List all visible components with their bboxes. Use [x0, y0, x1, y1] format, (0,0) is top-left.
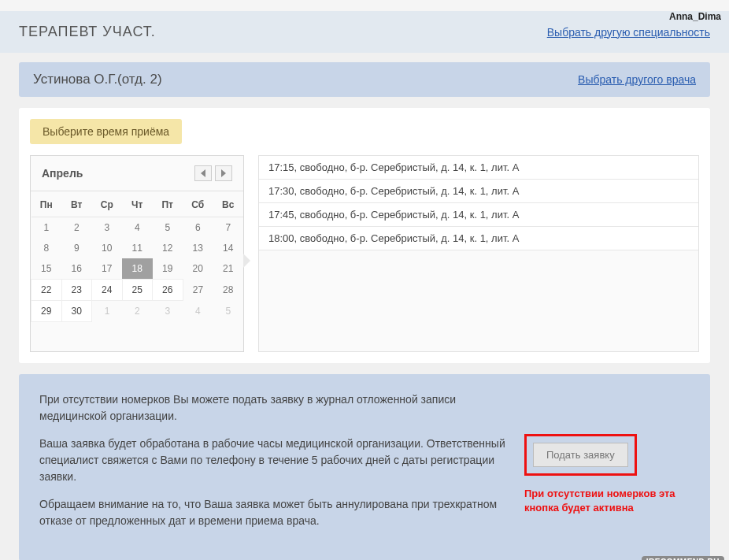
annotation-note: При отсутствии номерков эта кнопка будет… — [524, 487, 690, 515]
time-slot[interactable]: 17:45, свободно, б-р. Серебристый, д. 14… — [259, 203, 698, 227]
calendar-day[interactable]: 25 — [122, 280, 153, 301]
calendar-day: 1 — [92, 301, 123, 322]
calendar-day[interactable]: 13 — [183, 238, 213, 258]
calendar-day[interactable]: 3 — [92, 217, 123, 239]
change-doctor-link[interactable]: Выбрать другого врача — [578, 73, 696, 86]
appointment-content: Выберите время приёма Апрель ПнВтСрЧ — [19, 108, 710, 363]
calendar-day[interactable]: 27 — [183, 280, 213, 301]
calendar-day[interactable]: 4 — [122, 217, 153, 239]
deferred-request-text: При отсутствии номерков Вы можете подать… — [39, 391, 505, 540]
calendar-day[interactable]: 23 — [61, 280, 92, 301]
calendar-day: 4 — [183, 301, 213, 322]
submit-highlight-box: Подать заявку — [524, 434, 637, 476]
info-paragraph: Обращаем внимание на то, что Ваша заявка… — [39, 496, 505, 529]
calendar-day[interactable]: 21 — [213, 258, 244, 280]
calendar-day[interactable]: 15 — [31, 258, 62, 280]
calendar-day[interactable]: 2 — [61, 217, 92, 239]
calendar-day[interactable]: 1 — [31, 217, 62, 239]
calendar-day[interactable]: 17 — [92, 258, 123, 280]
calendar-day[interactable]: 30 — [61, 301, 92, 322]
time-slot[interactable]: 18:00, свободно, б-р. Серебристый, д. 14… — [259, 227, 698, 250]
calendar-day[interactable]: 19 — [153, 258, 183, 280]
svg-marker-1 — [221, 169, 226, 177]
calendar-prev-button[interactable] — [194, 165, 212, 181]
doctor-name: Устинова О.Г.(отд. 2) — [33, 72, 162, 87]
weekday-header: Чт — [122, 191, 153, 217]
calendar-day[interactable]: 10 — [92, 238, 123, 258]
calendar-day[interactable]: 5 — [153, 217, 183, 239]
calendar-next-button[interactable] — [215, 165, 232, 181]
weekday-header: Вт — [61, 191, 92, 217]
weekday-header: Сб — [183, 191, 213, 217]
info-paragraph: При отсутствии номерков Вы можете подать… — [39, 391, 505, 425]
speciality-bar: ТЕРАПЕВТ УЧАСТ. Выбрать другую специальн… — [0, 11, 729, 53]
calendar: Апрель ПнВтСрЧтПтСбВс 123456789101112131… — [30, 155, 244, 352]
deferred-request-block: При отсутствии номерков Вы можете подать… — [19, 374, 710, 560]
time-slots-list: 17:15, свободно, б-р. Серебристый, д. 14… — [258, 155, 699, 352]
info-paragraph: Ваша заявка будет обработана в рабочие ч… — [39, 436, 505, 485]
submit-request-button[interactable]: Подать заявку — [533, 443, 628, 467]
chevron-right-icon — [220, 169, 227, 177]
calendar-day[interactable]: 7 — [213, 217, 244, 239]
calendar-day[interactable]: 12 — [153, 238, 183, 258]
speciality-title: ТЕРАПЕВТ УЧАСТ. — [19, 24, 156, 40]
time-slot[interactable]: 17:30, свободно, б-р. Серебристый, д. 14… — [259, 180, 698, 203]
choose-time-label: Выберите время приёма — [30, 119, 182, 144]
weekday-header: Пн — [31, 191, 62, 217]
change-speciality-link[interactable]: Выбрать другую специальность — [547, 26, 710, 39]
watermark-site: IRECOMMEND.RU — [642, 556, 724, 560]
doctor-bar: Устинова О.Г.(отд. 2) Выбрать другого вр… — [19, 62, 710, 97]
time-slot[interactable]: 17:15, свободно, б-р. Серебристый, д. 14… — [259, 156, 698, 180]
calendar-day[interactable]: 20 — [183, 258, 213, 280]
svg-marker-0 — [201, 169, 205, 177]
weekday-header: Пт — [153, 191, 183, 217]
calendar-grid: ПнВтСрЧтПтСбВс 1234567891011121314151617… — [31, 191, 243, 322]
calendar-day: 2 — [122, 301, 153, 322]
watermark-username: Anna_Dima — [669, 11, 721, 22]
calendar-day[interactable]: 24 — [92, 280, 123, 301]
calendar-day[interactable]: 18 — [122, 258, 153, 280]
calendar-day[interactable]: 22 — [31, 280, 62, 301]
weekday-header: Ср — [92, 191, 123, 217]
chevron-left-icon — [200, 169, 206, 177]
calendar-day[interactable]: 16 — [61, 258, 92, 280]
weekday-header: Вс — [213, 191, 244, 217]
calendar-day[interactable]: 29 — [31, 301, 62, 322]
calendar-day[interactable]: 6 — [183, 217, 213, 239]
calendar-day[interactable]: 26 — [153, 280, 183, 301]
calendar-month: Апрель — [42, 167, 83, 180]
calendar-day[interactable]: 14 — [213, 238, 244, 258]
calendar-day: 5 — [213, 301, 244, 322]
calendar-day[interactable]: 11 — [122, 238, 153, 258]
calendar-day[interactable]: 28 — [213, 280, 244, 301]
calendar-day[interactable]: 9 — [61, 238, 92, 258]
calendar-day[interactable]: 8 — [31, 238, 62, 258]
calendar-day: 3 — [153, 301, 183, 322]
